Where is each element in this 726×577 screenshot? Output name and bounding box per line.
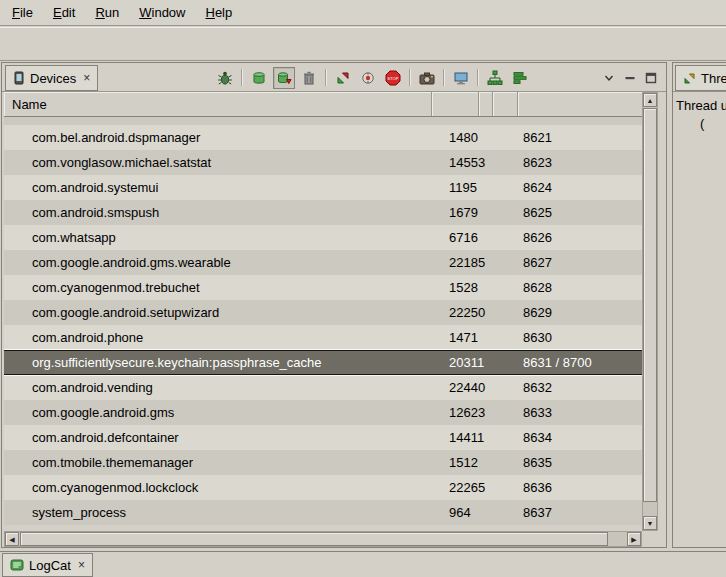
stop-process-icon[interactable]: STOP [382, 67, 404, 89]
column-header-port[interactable] [518, 92, 642, 116]
process-name: org.sufficientlysecure.keychain:passphra… [4, 355, 432, 370]
process-pid: 964 [432, 505, 518, 520]
table-row[interactable]: com.google.android.gms126238633 [4, 400, 642, 425]
dump-hprof-icon[interactable] [273, 67, 295, 89]
process-port: 8633 [518, 405, 642, 420]
table-row[interactable]: org.sufficientlysecure.keychain:passphra… [4, 350, 642, 375]
menu-item-run[interactable]: Run [85, 1, 129, 24]
process-name: com.bel.android.dspmanager [4, 130, 432, 145]
tab-devices[interactable]: Devices × [5, 65, 98, 91]
toolbar-separator [477, 69, 479, 86]
process-pid: 6716 [432, 230, 518, 245]
dump-view-hierarchy-icon[interactable] [484, 67, 506, 89]
menu-item-help[interactable]: Help [195, 1, 242, 24]
process-pid: 14411 [432, 430, 518, 445]
process-pid: 1195 [432, 180, 518, 195]
table-row[interactable]: com.vonglasow.michael.satstat145538623 [4, 150, 642, 175]
close-icon[interactable]: × [78, 558, 85, 572]
capture-video-icon[interactable] [450, 67, 472, 89]
process-port: 8631 / 8700 [518, 355, 642, 370]
screen-capture-icon[interactable] [416, 67, 438, 89]
process-port: 8626 [518, 230, 642, 245]
process-name: com.android.defcontainer [4, 430, 432, 445]
horizontal-scrollbar[interactable] [4, 531, 642, 547]
debug-process-icon[interactable] [214, 67, 236, 89]
process-name: com.vonglasow.michael.satstat [4, 155, 432, 170]
process-pid: 1528 [432, 280, 518, 295]
scroll-right-icon[interactable] [627, 532, 641, 546]
process-pid: 12623 [432, 405, 518, 420]
cause-gc-icon[interactable] [298, 67, 320, 89]
process-port: 8627 [518, 255, 642, 270]
tab-threads-label: Threads [701, 71, 726, 86]
update-threads-icon[interactable] [332, 67, 354, 89]
table-row[interactable]: com.android.phone14718630 [4, 325, 642, 350]
process-pid: 14553 [432, 155, 518, 170]
process-pid: 22440 [432, 380, 518, 395]
process-name: com.android.vending [4, 380, 432, 395]
table-row[interactable]: com.whatsapp67168626 [4, 225, 642, 250]
column-header-pid[interactable] [432, 92, 479, 116]
devices-tabbar: Devices × STOP [2, 63, 666, 92]
view-menu-icon[interactable] [600, 69, 618, 87]
scrollbar-corner [642, 531, 658, 547]
process-port: 8635 [518, 455, 642, 470]
process-name: com.android.smspush [4, 205, 432, 220]
table-row[interactable]: com.tmobile.thememanager15128635 [4, 450, 642, 475]
menu-bar: FileEditRunWindowHelp [0, 0, 726, 26]
top-toolbar [0, 27, 726, 61]
scroll-up-icon[interactable] [643, 93, 657, 107]
systrace-icon[interactable] [509, 67, 531, 89]
process-name: com.google.android.gms.wearable [4, 255, 432, 270]
scroll-left-icon[interactable] [5, 532, 19, 546]
start-method-profiling-icon[interactable] [357, 67, 379, 89]
threads-tab-icon [683, 72, 696, 85]
menu-item-window[interactable]: Window [129, 1, 195, 24]
column-header-empty[interactable] [493, 92, 518, 116]
device-table-body: com.bel.android.dspmanager14808621com.vo… [4, 117, 642, 531]
table-row[interactable]: com.cyanogenmod.lockclock222658636 [4, 475, 642, 500]
table-row[interactable]: system_process9648637 [4, 500, 642, 525]
table-row[interactable]: com.bel.android.dspmanager14808621 [4, 125, 642, 150]
menu-item-edit[interactable]: Edit [43, 1, 85, 24]
table-row[interactable]: com.google.android.setupwizard222508629 [4, 300, 642, 325]
table-row[interactable]: com.google.android.gms.wearable221858627 [4, 250, 642, 275]
threads-view: Threads Thread up ( [672, 62, 726, 548]
table-row[interactable]: com.android.defcontainer144118634 [4, 425, 642, 450]
close-icon[interactable]: × [83, 71, 90, 85]
table-row[interactable]: com.android.smspush16798625 [4, 200, 642, 225]
minimize-icon[interactable] [621, 69, 639, 87]
process-port: 8623 [518, 155, 642, 170]
toolbar-separator [325, 69, 327, 86]
table-row[interactable]: com.android.vending224408632 [4, 375, 642, 400]
device-tab-icon [13, 71, 25, 85]
vertical-scrollbar[interactable] [642, 92, 658, 531]
process-port: 8625 [518, 205, 642, 220]
threads-message-line1: Thread up [676, 97, 726, 115]
process-name: com.google.android.setupwizard [4, 305, 432, 320]
process-name: com.whatsapp [4, 230, 432, 245]
logcat-bar: LogCat × [0, 551, 726, 577]
scroll-down-icon[interactable] [643, 516, 657, 530]
column-header-empty[interactable] [479, 92, 493, 116]
process-port: 8634 [518, 430, 642, 445]
table-row[interactable]: com.android.systemui11958624 [4, 175, 642, 200]
partial-row [4, 117, 642, 125]
process-pid: 22185 [432, 255, 518, 270]
process-port: 8621 [518, 130, 642, 145]
vertical-scrollbar-thumb[interactable] [643, 108, 657, 502]
column-header-name[interactable]: Name [4, 92, 432, 116]
svg-text:STOP: STOP [387, 75, 399, 80]
maximize-icon[interactable] [642, 69, 660, 87]
table-header: Name [4, 92, 642, 117]
show-heap-updates-icon[interactable] [248, 67, 270, 89]
devices-view: Devices × STOP [1, 62, 667, 548]
toolbar-separator [241, 69, 243, 86]
threads-tabbar: Threads [673, 63, 726, 92]
tab-threads[interactable]: Threads [675, 65, 726, 91]
table-row[interactable]: com.cyanogenmod.trebuchet15288628 [4, 275, 642, 300]
tab-logcat[interactable]: LogCat × [2, 553, 93, 577]
menu-item-file[interactable]: File [2, 1, 43, 24]
process-pid: 22250 [432, 305, 518, 320]
horizontal-scrollbar-thumb[interactable] [20, 532, 608, 546]
